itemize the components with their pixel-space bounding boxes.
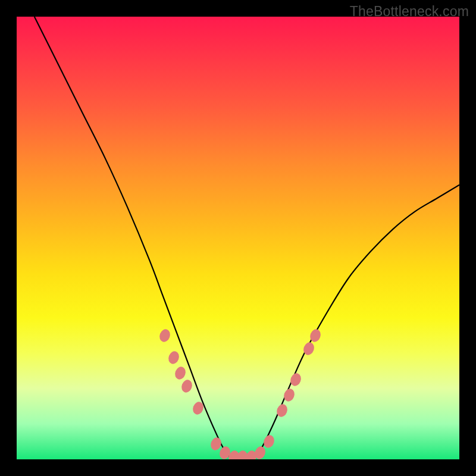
outer-frame: TheBottleneck.com bbox=[0, 0, 476, 476]
bottleneck-curve bbox=[17, 17, 459, 459]
plot-area bbox=[17, 17, 459, 459]
curve-path bbox=[35, 17, 459, 459]
